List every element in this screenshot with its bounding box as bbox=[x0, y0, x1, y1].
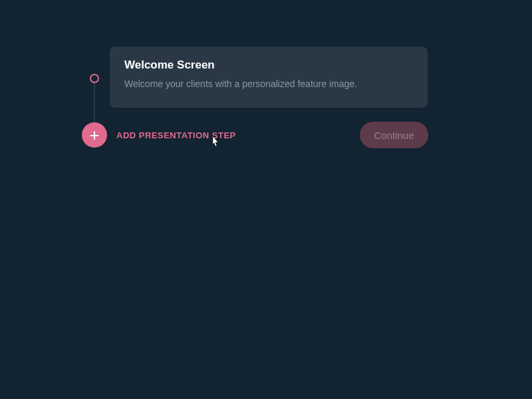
continue-button[interactable]: Continue bbox=[360, 122, 428, 148]
card-description: Welcome your clients with a personalized… bbox=[124, 78, 413, 89]
plus-icon: + bbox=[89, 126, 99, 144]
add-step-label[interactable]: ADD PRESENTATION STEP bbox=[116, 130, 236, 140]
step-connector-line bbox=[94, 83, 95, 124]
welcome-screen-card[interactable]: Welcome Screen Welcome your clients with… bbox=[110, 47, 428, 108]
add-step-button[interactable]: + bbox=[82, 122, 107, 148]
step-indicator-circle bbox=[90, 74, 99, 83]
card-title: Welcome Screen bbox=[124, 59, 413, 72]
